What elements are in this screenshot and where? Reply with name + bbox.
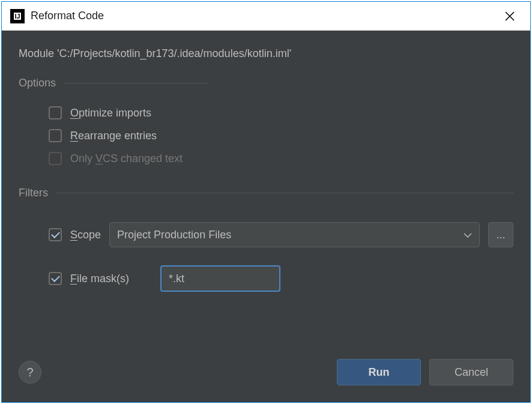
window-title: Reformat Code <box>31 10 104 22</box>
spacer <box>19 292 513 348</box>
close-icon <box>504 11 515 22</box>
help-button[interactable]: ? <box>19 361 41 384</box>
filters-header: Filters <box>19 187 513 199</box>
options-label: Options <box>19 77 56 89</box>
dialog-window: IJ Reformat Code Module 'C:/Projects/kot… <box>1 1 531 403</box>
optimize-imports-row[interactable]: Optimize imports <box>19 101 513 124</box>
run-button[interactable]: Run <box>337 359 421 385</box>
divider <box>56 193 513 193</box>
titlebar: IJ Reformat Code <box>2 2 530 31</box>
scope-row: Scope Project Production Files ... <box>19 211 513 247</box>
scope-value: Project Production Files <box>117 229 231 241</box>
vcs-changed-label: Only VCS changed text <box>70 152 183 165</box>
scope-checkbox[interactable] <box>49 228 62 241</box>
rearrange-entries-row[interactable]: Rearrange entries <box>19 124 513 147</box>
help-icon: ? <box>26 366 33 379</box>
chevron-down-icon <box>464 229 472 241</box>
filters-section: Filters Scope Project Production Files .… <box>19 187 513 292</box>
close-button[interactable] <box>498 4 522 28</box>
intellij-icon: IJ <box>10 9 25 23</box>
module-path: Module 'C:/Projects/kotlin_br173/.idea/m… <box>19 47 513 60</box>
optimize-imports-checkbox[interactable] <box>49 106 62 119</box>
rearrange-entries-label: Rearrange entries <box>70 130 157 142</box>
options-header: Options <box>19 77 513 89</box>
divider <box>64 83 208 83</box>
ellipsis-icon: ... <box>496 229 505 241</box>
file-mask-checkbox[interactable] <box>49 272 62 285</box>
file-mask-input[interactable] <box>162 267 280 291</box>
scope-dropdown[interactable]: Project Production Files <box>109 222 480 247</box>
vcs-changed-checkbox <box>49 152 62 165</box>
scope-label: Scope <box>70 229 101 241</box>
rearrange-entries-checkbox[interactable] <box>49 129 62 142</box>
dialog-footer: ? Run Cancel <box>2 348 530 402</box>
dialog-content: Module 'C:/Projects/kotlin_br173/.idea/m… <box>2 31 530 348</box>
file-mask-label: File mask(s) <box>70 273 129 285</box>
file-mask-row: File mask(s) <box>19 247 513 292</box>
file-mask-combo[interactable] <box>160 265 280 292</box>
filters-label: Filters <box>19 187 48 199</box>
scope-browse-button[interactable]: ... <box>488 222 513 247</box>
cancel-button[interactable]: Cancel <box>429 359 513 385</box>
optimize-imports-label: Optimize imports <box>70 107 151 119</box>
vcs-changed-row: Only VCS changed text <box>19 147 513 170</box>
titlebar-left: IJ Reformat Code <box>10 9 104 23</box>
